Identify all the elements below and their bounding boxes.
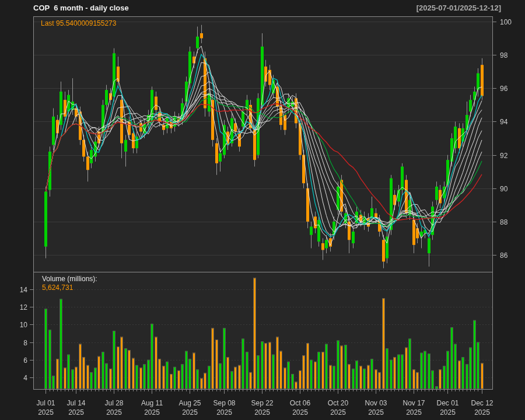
chart-date-range: [2025-07-01/2025-12-12] <box>416 4 501 12</box>
volume-last-value: 5,624,731 <box>42 284 73 292</box>
price-volume-chart-canvas <box>0 0 525 420</box>
last-price-label: Last 95.5400009155273 <box>41 19 116 27</box>
volume-panel-label: Volume (millions): <box>42 275 97 283</box>
chart-title: COP 6 month - daily close <box>33 4 129 12</box>
stock-chart-window: COP 6 month - daily close [2025-07-01/20… <box>0 0 525 420</box>
